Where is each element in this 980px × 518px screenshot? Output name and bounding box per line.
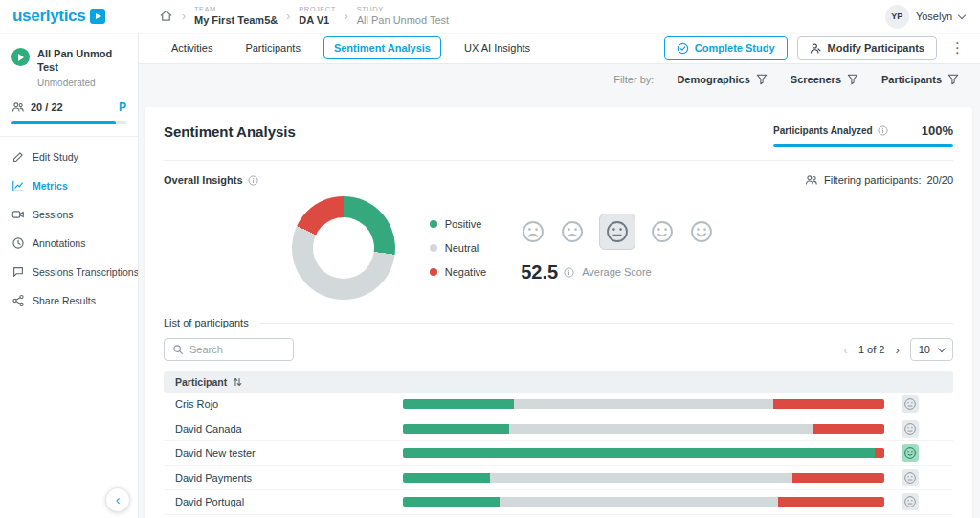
participant-row[interactable]: David Canada [164,417,953,442]
participant-name: David Portugal [175,496,403,507]
participant-rows: Cris Rojo David Canada David New tester … [164,393,953,515]
info-icon[interactable] [878,125,888,136]
sidebar-collapse-button[interactable]: ‹ [105,487,130,512]
person-edit-icon [810,42,822,55]
page-label: 1 of 2 [858,344,885,355]
sidebar-item-label: Metrics [33,180,68,191]
sentiment-bar [403,448,884,458]
avatar: YP [885,5,909,29]
tab-participants[interactable]: Participants [235,37,309,58]
breadcrumb-label: STUDY [357,6,449,14]
participant-row[interactable]: David Payments [164,466,953,491]
emoji-smile-button[interactable] [650,219,675,244]
neutral-segment [500,497,779,507]
happy-face-icon [689,219,714,244]
top-header: userlytics ›TEAMMy First Team5&›PROJECTD… [0,0,980,33]
sidebar-study-block[interactable]: All Pan Unmod Test [0,48,138,75]
sentiment-badge-neutral[interactable] [902,395,919,413]
home-icon[interactable] [159,9,173,23]
participants-progress-bar [11,121,126,124]
funnel-icon [947,74,959,85]
search-box[interactable] [164,338,294,361]
userlytics-logo[interactable]: userlytics [0,7,134,26]
page-title: Sentiment Analysis [164,124,296,140]
sidebar-menu: Edit StudyMetricsSessionsAnnotationsSess… [0,137,138,315]
card-header: Sentiment Analysis Participants Analyzed… [164,124,953,147]
participant-row[interactable]: David Portugal [164,490,953,515]
complete-study-button[interactable]: Complete Study [664,36,788,60]
positive-segment [403,473,490,483]
sidebar-item-annotations[interactable]: Annotations [0,229,138,258]
participant-row[interactable]: David New tester [164,441,953,466]
filter-participants[interactable]: Participants [881,74,959,85]
breadcrumb-value: All Pan Unmod Test [357,14,449,27]
page-size-value: 10 [919,344,930,355]
list-header: List of participants [164,317,953,328]
tab-bar: ActivitiesParticipantsSentiment Analysis… [139,33,980,64]
sort-icon[interactable] [232,376,243,388]
sidebar: All Pan Unmod Test Unmoderated 20 / 22 P… [0,33,139,518]
search-input[interactable] [189,344,285,355]
legend-item-positive: Positive [430,218,486,230]
emoji-very-sad-button[interactable] [521,219,546,244]
info-icon[interactable] [564,267,574,278]
sentiment-bar [403,473,884,483]
main-content: ActivitiesParticipantsSentiment Analysis… [139,33,980,518]
neutral-segment [509,424,813,434]
sidebar-item-edit-study[interactable]: Edit Study [0,143,138,171]
neutral-face-icon [605,219,630,244]
participant-count-row: 20 / 22 P [11,101,126,114]
filter-screeners[interactable]: Screeners [791,74,858,85]
sidebar-item-metrics[interactable]: Metrics [0,171,138,200]
sentiment-badge-neutral[interactable] [902,469,919,486]
sidebar-item-label: Sessions [33,209,74,220]
kebab-menu-icon[interactable]: ⋮ [947,39,969,56]
breadcrumb-separator: › [182,10,186,23]
breadcrumb-item-team[interactable]: TEAMMy First Team5& [194,6,278,26]
modify-participants-button[interactable]: Modify Participants [797,36,937,60]
panel-badge[interactable]: P [119,101,126,114]
breadcrumb-item-study[interactable]: STUDYAll Pan Unmod Test [357,6,449,26]
sidebar-item-sessions[interactable]: Sessions [0,200,138,229]
legend-item-negative: Negative [430,266,486,278]
positive-segment [403,497,500,507]
sidebar-item-share-results[interactable]: Share Results [0,286,138,315]
sentiment-badge-positive[interactable] [902,444,919,462]
funnel-icon [756,74,768,85]
filtering-label: Filtering participants: [824,174,922,186]
participant-name: David Payments [175,472,403,484]
filter-by-label: Filter by: [613,74,654,85]
sidebar-study-name: All Pan Unmod Test [37,48,126,75]
filter-demographics[interactable]: Demographics [677,74,767,85]
emoji-sad-button[interactable] [560,219,585,244]
page-next-icon[interactable]: › [895,343,899,357]
breadcrumb-value: My First Team5& [194,14,278,27]
info-icon[interactable] [248,175,258,186]
analyzed-progress-bar [773,144,953,147]
user-menu[interactable]: YP Yoselyn [885,5,980,29]
modify-participants-label: Modify Participants [828,42,924,54]
sentiment-badge-neutral[interactable] [902,420,919,438]
legend-label: Positive [445,218,482,230]
pencil-icon [11,150,25,164]
page-prev-icon[interactable]: ‹ [844,343,848,357]
tab-sentiment-analysis[interactable]: Sentiment Analysis [323,36,441,59]
page-size-select[interactable]: 10 [910,338,953,361]
list-controls: ‹ 1 of 2 › 10 [164,338,953,361]
sentiment-bar [403,399,884,409]
breadcrumb-item-project[interactable]: PROJECTDA V1 [299,6,336,26]
tab-ux-ai-insights[interactable]: UX AI Insights [455,37,540,58]
filter-label: Participants [881,74,942,85]
legend-label: Neutral [445,242,479,254]
tab-activities[interactable]: Activities [162,37,222,58]
sidebar-item-sessions-transcriptions[interactable]: Sessions Transcriptions [0,258,138,286]
emoji-happy-button[interactable] [689,219,714,244]
pagination: ‹ 1 of 2 › 10 [844,338,953,361]
positive-segment [403,399,514,409]
participant-row[interactable]: Cris Rojo [164,393,953,417]
insights-header: Overall Insights Filtering participants:… [164,173,953,187]
list-divider [260,323,953,324]
emoji-neutral-button[interactable] [599,214,635,250]
sentiment-badge-neutral[interactable] [902,493,919,510]
clock-icon [11,236,25,250]
